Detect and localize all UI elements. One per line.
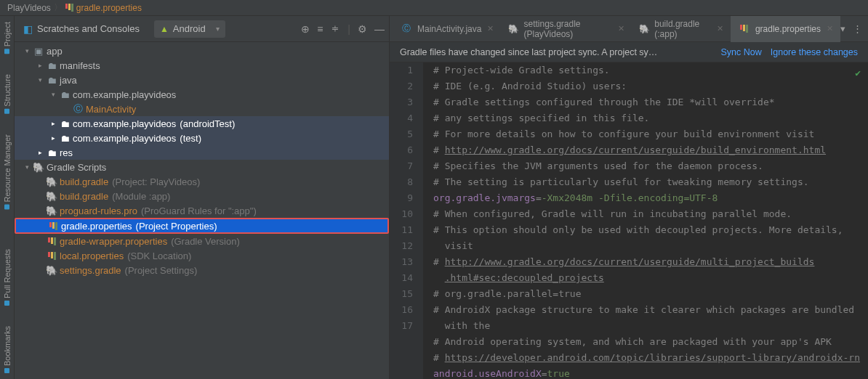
collapse-all-icon[interactable]: ⫩ xyxy=(330,23,340,35)
code-line[interactable]: # http://www.gradle.org/docs/current/use… xyxy=(433,254,868,270)
tree-label: gradle-wrapper.properties xyxy=(60,236,167,247)
tree-icon xyxy=(45,237,58,245)
tab-label: build.gradle (:app) xyxy=(654,19,711,39)
tab-build-gradle-app-[interactable]: 🐘build.gradle (:app)✕ xyxy=(632,16,731,42)
code-line[interactable]: # IDE (e.g. Android Studio) users: xyxy=(433,78,868,94)
minimize-icon[interactable]: — xyxy=(374,23,385,35)
tree-item-build-gradle[interactable]: 🐘build.gradle(Project: PlayVideos) xyxy=(15,174,389,189)
tree-icon: 🐘 xyxy=(45,176,58,187)
tree-item-build-gradle[interactable]: 🐘build.gradle(Module :app) xyxy=(15,189,389,203)
chevron-icon[interactable]: ▸ xyxy=(48,120,58,127)
tree-item-local-properties[interactable]: local.properties(SDK Location) xyxy=(15,248,389,263)
chevron-icon[interactable]: ▾ xyxy=(48,91,58,98)
rail-structure[interactable]: Structure xyxy=(3,71,12,117)
chevron-right-icon: 〉 xyxy=(54,1,63,14)
tree-item-app[interactable]: ▾▣app xyxy=(15,44,389,58)
tab-mainactivity-java[interactable]: ⒸMainActivity.java✕ xyxy=(393,16,501,42)
editor-body[interactable]: 1234567891011121314151617 # Project-wide… xyxy=(390,62,868,379)
tree-icon: 🐘 xyxy=(45,191,58,202)
code-line[interactable]: # The setting is particularly useful for… xyxy=(433,174,868,190)
project-view-selector[interactable]: ▲ Android ▾ xyxy=(154,20,225,38)
code-area[interactable]: # Project-wide Gradle settings.# IDE (e.… xyxy=(423,62,868,379)
tab-label: MainActivity.java xyxy=(417,24,481,34)
tree-item-gradle-wrapper-properties[interactable]: gradle-wrapper.properties(Gradle Version… xyxy=(15,234,389,248)
code-line[interactable]: # org.gradle.parallel=true xyxy=(433,286,868,302)
breadcrumb-file[interactable]: gradle.properties xyxy=(76,3,142,13)
code-line[interactable]: org.gradle.jvmargs=-Xmx2048m -Dfile.enco… xyxy=(433,190,868,206)
code-line[interactable]: with the xyxy=(433,318,868,334)
tab-gradle-properties[interactable]: gradle.properties✕ xyxy=(731,16,840,42)
inspection-ok-icon[interactable]: ✔ xyxy=(855,65,861,81)
tree-label: com.example.playvideos xyxy=(73,133,176,144)
chevron-icon[interactable]: ▾ xyxy=(22,163,32,171)
tree-item-res[interactable]: ▸🖿res xyxy=(15,145,389,160)
code-line[interactable]: # Project-wide Gradle settings. xyxy=(433,62,868,78)
rail-pull-requests[interactable]: Pull Requests xyxy=(3,246,12,309)
close-icon[interactable]: ✕ xyxy=(618,24,624,33)
tree-icon xyxy=(45,252,58,260)
tree-item-gradle-properties[interactable]: gradle.properties(Project Properties) xyxy=(15,218,389,234)
chevron-down-icon[interactable]: ▾ xyxy=(840,23,845,34)
tree-item-proguard-rules-pro[interactable]: 🐘proguard-rules.pro(ProGuard Rules for "… xyxy=(15,203,389,218)
code-line[interactable]: # AndroidX package structure to make it … xyxy=(433,302,868,318)
ignore-changes-link[interactable]: Ignore these changes xyxy=(771,47,858,57)
code-line[interactable]: # Gradle settings configured through the… xyxy=(433,94,868,110)
chevron-icon[interactable]: ▾ xyxy=(22,47,32,54)
expand-all-icon[interactable]: ≡ xyxy=(317,23,323,35)
rail-bookmarks[interactable]: Bookmarks xyxy=(3,323,12,376)
tree-item-mainactivity[interactable]: ⒸMainActivity xyxy=(15,102,389,116)
tree-item-manifests[interactable]: ▸🖿manifests xyxy=(15,58,389,73)
tree-label: Gradle Scripts xyxy=(47,162,106,173)
tree-item-com-example-playvideos[interactable]: ▾🖿com.example.playvideos xyxy=(15,87,389,102)
sync-now-link[interactable]: Sync Now xyxy=(720,47,761,57)
rail-resource-manager[interactable]: Resource Manager xyxy=(3,131,12,213)
code-line[interactable]: android.useAndroidX=true xyxy=(433,366,868,379)
project-tree[interactable]: ▾▣app▸🖿manifests▾🖿java▾🖿com.example.play… xyxy=(15,42,389,379)
close-icon[interactable]: ✕ xyxy=(487,24,494,33)
code-line[interactable]: # Specifies the JVM arguments used for t… xyxy=(433,158,868,174)
tree-label: MainActivity xyxy=(86,104,136,115)
tree-icon xyxy=(47,222,60,230)
close-icon[interactable]: ✕ xyxy=(827,24,833,33)
code-line[interactable]: # any settings specified in this file. xyxy=(433,110,868,126)
code-line[interactable]: # For more details on how to configure y… xyxy=(433,126,868,142)
tab-settings-gradle-playvideos-[interactable]: 🐘settings.gradle (PlayVideos)✕ xyxy=(501,16,632,42)
code-line[interactable]: # http://www.gradle.org/docs/current/use… xyxy=(433,142,868,158)
project-view-label: Android xyxy=(173,23,206,34)
breadcrumb-project[interactable]: PlayVideos xyxy=(7,3,51,13)
notification-text: Gradle files have changed since last pro… xyxy=(400,47,657,57)
project-panel: ◧ Scratches and Consoles ▲ Android ▾ ⊕ ≡… xyxy=(15,16,390,379)
tree-icon: 🖿 xyxy=(45,75,58,86)
tree-label: java xyxy=(60,75,77,86)
close-icon[interactable]: ✕ xyxy=(717,24,723,33)
code-line[interactable]: .html#sec:decoupled_projects xyxy=(433,270,868,286)
gear-icon[interactable]: ⚙ xyxy=(358,23,367,35)
target-icon[interactable]: ⊕ xyxy=(301,23,310,35)
tree-item-com-example-playvideos[interactable]: ▸🖿com.example.playvideos(androidTest) xyxy=(15,116,389,131)
tree-item-com-example-playvideos[interactable]: ▸🖿com.example.playvideos(test) xyxy=(15,131,389,145)
chevron-icon[interactable]: ▾ xyxy=(35,76,45,83)
tree-icon: 🖿 xyxy=(45,60,58,71)
tree-item-java[interactable]: ▾🖿java xyxy=(15,73,389,87)
chevron-icon[interactable]: ▸ xyxy=(48,134,58,142)
gutter: 1234567891011121314151617 xyxy=(390,62,423,379)
code-line[interactable]: visit xyxy=(433,238,868,254)
tree-icon: 🖿 xyxy=(58,118,71,129)
panel-header: ◧ Scratches and Consoles ▲ Android ▾ ⊕ ≡… xyxy=(15,16,389,42)
more-icon[interactable]: ⋮ xyxy=(853,23,862,34)
chevron-icon[interactable]: ▸ xyxy=(35,149,45,156)
code-line[interactable]: # When configured, Gradle will run in in… xyxy=(433,206,868,222)
tree-icon: Ⓒ xyxy=(71,102,84,115)
chevron-icon[interactable]: ▸ xyxy=(35,62,45,69)
tree-label: build.gradle xyxy=(60,176,108,187)
properties-icon xyxy=(65,4,73,12)
rail-project[interactable]: Project xyxy=(3,19,12,57)
tree-item-gradle-scripts[interactable]: ▾🐘Gradle Scripts xyxy=(15,160,389,174)
panel-title[interactable]: ◧ Scratches and Consoles xyxy=(23,23,140,35)
code-line[interactable]: # This option should only be used with d… xyxy=(433,222,868,238)
tree-label: manifests xyxy=(60,60,100,71)
code-line[interactable]: # https://developer.android.com/topic/li… xyxy=(433,350,868,366)
tree-suffix: (Gradle Version) xyxy=(171,236,240,247)
code-line[interactable]: # Android operating system, and which ar… xyxy=(433,334,868,350)
tree-item-settings-gradle[interactable]: 🐘settings.gradle(Project Settings) xyxy=(15,263,389,277)
